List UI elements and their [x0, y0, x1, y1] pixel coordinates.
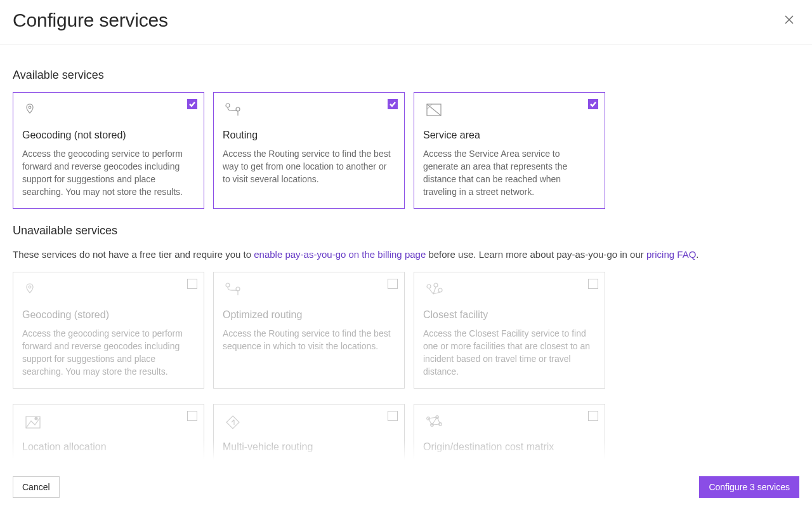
service-card-title: Service area — [423, 130, 596, 141]
service-card-optimized-routing: Optimized routing Access the Routing ser… — [213, 272, 405, 389]
enable-payg-link[interactable]: enable pay-as-you-go on the billing page — [254, 249, 426, 260]
service-card-description: Access the geocoding service to perform … — [22, 147, 195, 198]
service-disabled-checkbox — [388, 279, 398, 289]
pricing-faq-link[interactable]: pricing FAQ — [646, 249, 696, 260]
route-icon — [223, 281, 246, 299]
configure-button[interactable]: Configure 3 services — [699, 476, 799, 498]
service-disabled-checkbox — [187, 279, 197, 289]
dialog-header: Configure services — [0, 0, 812, 44]
service-card-title: Optimized routing — [223, 309, 395, 321]
svg-point-9 — [438, 288, 442, 292]
unavailable-cards-row1: Geocoding (stored) Access the geocoding … — [13, 272, 799, 389]
unavailable-cards-row2: Location allocation Access the Location … — [13, 404, 799, 466]
dialog-body: Available services Geocoding (not stored… — [0, 52, 812, 466]
service-card-location-allocation: Location allocation Access the Location … — [13, 404, 204, 466]
pin-icon — [22, 281, 45, 299]
facility-icon — [423, 281, 446, 299]
close-button[interactable] — [782, 13, 797, 28]
service-disabled-checkbox — [588, 279, 598, 289]
unavailable-note-text: These services do not have a free tier a… — [13, 249, 254, 260]
service-selected-checkbox[interactable] — [588, 99, 598, 109]
map-icon — [22, 413, 45, 431]
service-selected-checkbox[interactable] — [187, 99, 197, 109]
service-card-description: Access the Closest Facility service to f… — [423, 327, 596, 378]
service-card-geocoding-not-stored[interactable]: Geocoding (not stored) Access the geocod… — [13, 92, 204, 209]
available-cards: Geocoding (not stored) Access the geocod… — [13, 92, 799, 209]
svg-point-0 — [29, 106, 31, 109]
unavailable-note-text: before use. Learn more about pay-as-you-… — [426, 249, 646, 260]
dialog-title: Configure services — [13, 10, 168, 31]
service-selected-checkbox[interactable] — [388, 99, 398, 109]
service-card-od-cost-matrix: Origin/destination cost matrix Access th… — [414, 404, 605, 466]
service-card-title: Multi-vehicle routing — [223, 441, 395, 453]
service-card-closest-facility: Closest facility Access the Closest Faci… — [414, 272, 605, 389]
unavailable-section-title: Unavailable services — [13, 224, 799, 237]
unavailable-note: These services do not have a free tier a… — [13, 248, 799, 262]
unavailable-note-text: . — [696, 249, 698, 260]
service-disabled-checkbox — [588, 411, 598, 421]
dialog-footer: Cancel Configure 3 services — [0, 466, 812, 508]
service-card-description: Access the Routing service to find the b… — [223, 147, 395, 185]
matrix-icon — [423, 413, 446, 431]
service-card-title: Origin/destination cost matrix — [423, 441, 596, 453]
available-section-title: Available services — [13, 69, 799, 82]
service-disabled-checkbox — [388, 411, 398, 421]
svg-rect-10 — [26, 417, 40, 428]
service-card-description: Access the Vehicle Routing Problem servi… — [223, 459, 395, 466]
svg-point-7 — [427, 284, 431, 288]
service-card-routing[interactable]: Routing Access the Routing service to fi… — [213, 92, 405, 209]
svg-point-1 — [226, 104, 230, 107]
diamond-icon — [223, 413, 246, 431]
area-icon — [423, 102, 446, 119]
cancel-button[interactable]: Cancel — [13, 476, 60, 498]
service-card-service-area[interactable]: Service area Access the Service Area ser… — [414, 92, 605, 209]
pin-icon — [22, 102, 45, 119]
service-card-title: Geocoding (not stored) — [22, 130, 195, 141]
service-card-multi-vehicle-routing: Multi-vehicle routing Access the Vehicle… — [213, 404, 405, 466]
service-card-title: Routing — [223, 130, 395, 141]
service-card-title: Location allocation — [22, 441, 195, 453]
service-card-description: Access the OD Matrix service to create a… — [423, 459, 596, 466]
service-card-title: Closest facility — [423, 309, 596, 321]
service-card-geocoding-stored: Geocoding (stored) Access the geocoding … — [13, 272, 204, 389]
svg-point-5 — [226, 283, 230, 287]
close-icon — [784, 15, 794, 27]
service-card-description: Access the Service Area service to gener… — [423, 147, 596, 198]
svg-point-4 — [29, 286, 31, 288]
route-icon — [223, 102, 246, 119]
service-card-description: Access the geocoding service to perform … — [22, 327, 195, 378]
service-disabled-checkbox — [187, 411, 197, 421]
service-card-title: Geocoding (stored) — [22, 309, 195, 321]
svg-point-8 — [434, 283, 438, 287]
svg-point-11 — [35, 417, 37, 420]
service-card-description: Access the Location Allocation service t… — [22, 459, 195, 466]
service-card-description: Access the Routing service to find the b… — [223, 327, 395, 352]
